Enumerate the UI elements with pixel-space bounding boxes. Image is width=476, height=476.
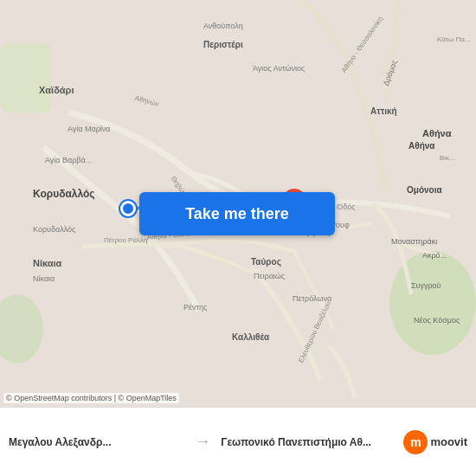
moovit-logo-container: m moovit (403, 430, 467, 454)
svg-text:Ομόνοια: Ομόνοια (407, 185, 442, 195)
svg-point-1 (389, 251, 476, 355)
svg-text:Νέος Κόσμος: Νέος Κόσμος (414, 316, 460, 325)
svg-text:Βικ...: Βικ... (440, 154, 455, 162)
svg-rect-3 (0, 43, 52, 113)
moovit-icon: m (403, 430, 428, 454)
moovit-label: moovit (430, 435, 467, 448)
svg-text:Ρέντης: Ρέντης (183, 303, 208, 312)
svg-text:Αγία Μαρίνα: Αγία Μαρίνα (68, 125, 111, 133)
svg-text:Πειραιώς: Πειραιώς (254, 272, 286, 280)
svg-text:Κορυδαλλός: Κορυδαλλός (33, 225, 76, 234)
map-attribution: © OpenStreetMap contributors | © OpenMap… (3, 393, 179, 403)
svg-text:Ανθούπολη: Ανθούπολη (203, 22, 243, 30)
svg-text:Χαϊδάρι: Χαϊδάρι (39, 85, 74, 95)
svg-text:Πέτρου Ράλλη: Πέτρου Ράλλη (104, 236, 148, 244)
svg-text:Μοναστηράκι: Μοναστηράκι (391, 237, 437, 246)
footer: Μεγαλου Αλεξανδρ... → Γεωπονικό Πανεπιστ… (0, 407, 476, 476)
svg-text:Ακρό...: Ακρό... (422, 251, 447, 260)
svg-text:Αθήνα: Αθήνα (408, 141, 435, 151)
app: Χαϊδάρι Αγία Μαρίνα Αγία Βαρβά... Κορυδα… (0, 0, 476, 476)
svg-text:Κορυδαλλός: Κορυδαλλός (33, 188, 95, 200)
take-me-there-button[interactable]: Take me there (139, 192, 335, 235)
svg-text:Άγιος Αντώνιος: Άγιος Αντώνιος (253, 64, 306, 73)
moovit-logo: m moovit (403, 430, 467, 454)
destination-name: Γεωπονικό Πανεπιστήμιο Αθ... (221, 436, 396, 448)
svg-text:Νίκαια: Νίκαια (33, 274, 55, 283)
origin-name: Μεγαλου Αλεξανδρ... (9, 436, 184, 448)
footer-arrow-icon: → (191, 433, 214, 451)
destination-segment: Γεωπονικό Πανεπιστήμιο Αθ... (221, 436, 396, 448)
svg-text:Αγία Βαρβά...: Αγία Βαρβά... (45, 156, 92, 164)
svg-text:Αθήνα: Αθήνα (422, 128, 452, 138)
svg-text:Νίκαια: Νίκαια (33, 258, 62, 268)
svg-text:Ταύρος: Ταύρος (251, 257, 281, 267)
svg-text:Περιστέρι: Περιστέρι (203, 40, 243, 49)
svg-text:Κάτω Πα...: Κάτω Πα... (437, 35, 470, 43)
origin-marker (120, 201, 136, 216)
map-container: Χαϊδάρι Αγία Μαρίνα Αγία Βαρβά... Κορυδα… (0, 0, 476, 407)
svg-text:Αττική: Αττική (370, 106, 397, 116)
svg-text:Καλλιθέα: Καλλιθέα (232, 332, 270, 342)
svg-text:Συγγρού: Συγγρού (411, 281, 441, 290)
origin-segment: Μεγαλου Αλεξανδρ... (9, 436, 184, 448)
